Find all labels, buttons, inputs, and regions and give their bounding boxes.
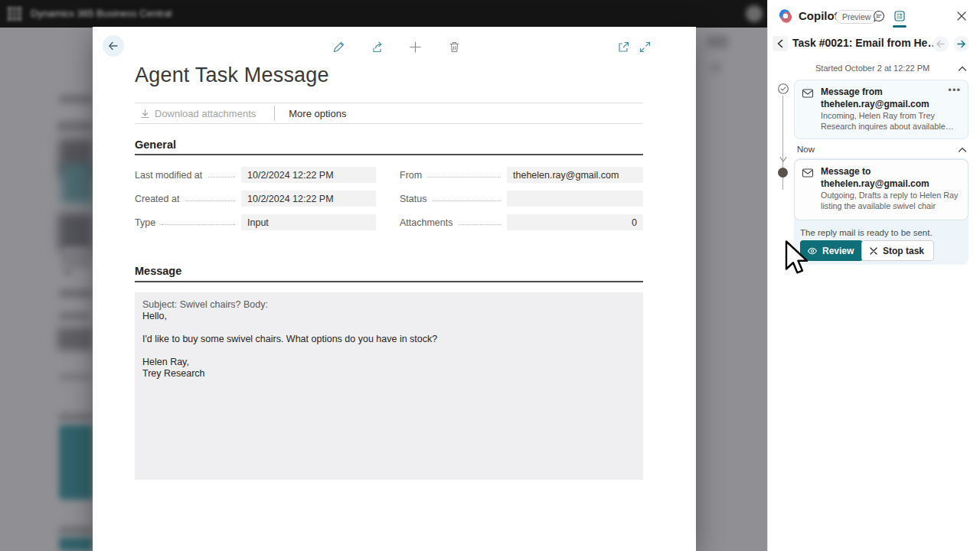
back-arrow-icon (107, 40, 119, 52)
download-icon (140, 109, 150, 119)
bg-blur-text (59, 312, 90, 320)
now-label: Now (797, 145, 815, 154)
delete-icon[interactable] (447, 40, 462, 54)
timeline-dot (778, 168, 788, 178)
close-icon[interactable] (955, 9, 969, 23)
download-attachments-button[interactable]: Download attachments (140, 108, 256, 119)
message-line: I'd like to buy some swivel chairs. What… (142, 334, 635, 345)
action-bar: Download attachments More options (135, 103, 643, 123)
dotted-leader (459, 224, 501, 225)
nav-previous-button[interactable] (933, 36, 949, 52)
app-title: Dynamics 365 Business Central (31, 8, 172, 19)
task-pane-icon[interactable] (893, 9, 906, 23)
field-type: Type Input (135, 214, 376, 230)
card-title: Message to (821, 166, 871, 178)
field-label: Status (400, 194, 426, 204)
copilot-panel: Copilot Preview Task #0021: Email from H… (767, 0, 980, 551)
open-in-window-icon[interactable] (616, 40, 631, 54)
nav-next-icon (956, 39, 966, 49)
review-eye-icon (807, 246, 818, 256)
task-title: Task #0021: Email from He… (792, 37, 938, 49)
field-from: From thehelen.ray@gmail.com (400, 167, 643, 183)
card-email: thehelen.ray@gmail.com (821, 98, 961, 110)
bg-blur-teal-tile (59, 425, 93, 500)
bg-blur-headline (58, 213, 93, 251)
dotted-leader (428, 177, 501, 178)
message-body-field[interactable]: Subject: Swivel chairs? Body: Hello, I'd… (135, 292, 643, 480)
message-line (142, 345, 635, 357)
field-value[interactable]: Input (241, 214, 376, 230)
copilot-logo (777, 8, 794, 24)
timeline-arrow-icon (779, 156, 787, 163)
field-value[interactable]: 10/2/2024 12:22 PM (241, 167, 376, 183)
bg-blur-text (59, 95, 93, 103)
active-tab-indicator (893, 25, 906, 28)
field-created-at: Created at 10/2/2024 12:22 PM (135, 191, 376, 207)
field-label: From (400, 170, 422, 181)
section-underline (135, 281, 643, 282)
envelope-icon (802, 87, 814, 99)
review-button[interactable]: Review (800, 240, 863, 261)
chevron-left-icon (776, 39, 784, 48)
agent-task-message-dialog: Agent Task Message Download attachments … (93, 27, 696, 551)
copilot-title: Copilot (799, 9, 838, 22)
add-icon[interactable] (408, 40, 423, 54)
card-email: thehelen.ray@gmail.com (821, 178, 961, 190)
edit-icon[interactable] (332, 40, 346, 54)
card-description: Incoming, Helen Ray from Trey Research i… (821, 111, 961, 132)
bg-blur-text (59, 527, 93, 534)
task-back-button[interactable] (773, 36, 788, 51)
bg-blur-button (61, 248, 92, 268)
message-section-heading: Message (135, 265, 181, 277)
message-from-card[interactable]: Message from ••• thehelen.ray@gmail.com … (794, 80, 969, 139)
field-value[interactable]: 10/2/2024 12:22 PM (241, 191, 376, 207)
field-value[interactable]: thehelen.ray@gmail.com (507, 167, 643, 183)
download-attachments-label: Download attachments (155, 108, 256, 119)
stop-x-icon (869, 246, 878, 256)
nav-next-button[interactable] (953, 36, 969, 52)
chat-icon[interactable] (872, 9, 886, 23)
divider (274, 106, 275, 121)
collapse-icon[interactable] (957, 64, 968, 74)
app-titlebar: Dynamics 365 Business Central (0, 0, 767, 28)
waffle-icon[interactable] (8, 7, 21, 21)
bg-blur-headline (61, 164, 93, 204)
general-fields: Last modified at 10/2/2024 12:22 PM Crea… (135, 167, 643, 230)
card-description: Outgoing, Drafts a reply to Helen Ray li… (821, 191, 961, 212)
dotted-leader (433, 201, 501, 201)
stop-task-button[interactable]: Stop task (861, 240, 934, 261)
section-underline (135, 154, 643, 155)
field-attachments: Attachments 0 (400, 214, 643, 230)
field-value[interactable] (507, 191, 643, 207)
expand-icon[interactable] (638, 40, 652, 54)
bg-blur-text (59, 413, 93, 421)
message-line: Hello, (142, 311, 635, 322)
collapse-icon[interactable] (957, 145, 968, 155)
divider (135, 123, 643, 124)
review-button-label: Review (822, 246, 854, 256)
field-last-modified: Last modified at 10/2/2024 12:22 PM (135, 167, 376, 183)
back-button[interactable] (103, 35, 124, 57)
more-options-button[interactable]: More options (289, 108, 346, 119)
task-started-label: Started October 2 at 12:22 PM (815, 64, 929, 73)
stop-task-button-label: Stop task (883, 246, 924, 256)
bg-blur-text (59, 289, 93, 298)
message-to-section: Message to thehelen.ray@gmail.com Outgoi… (794, 158, 969, 265)
task-status-text: The reply mail is ready to be sent. (800, 228, 933, 237)
field-label: Created at (135, 194, 179, 204)
field-label: Type (135, 217, 155, 228)
settings-icon[interactable] (746, 5, 763, 22)
bg-blur-text (59, 373, 91, 380)
nav-previous-icon (936, 39, 946, 49)
message-line: Helen Ray, (142, 357, 635, 368)
share-icon[interactable] (370, 40, 384, 54)
general-section-heading: General (135, 139, 176, 151)
field-value[interactable]: 0 (507, 214, 643, 230)
ellipsis-menu-icon[interactable]: ••• (948, 86, 961, 94)
message-to-card[interactable]: Message to thehelen.ray@gmail.com Outgoi… (794, 159, 969, 220)
bg-blur-teal-tile (59, 537, 93, 551)
dotted-leader (185, 201, 235, 201)
dotted-leader (162, 224, 235, 225)
screen: Dynamics 365 Business Central (0, 0, 980, 551)
field-status: Status (400, 191, 643, 207)
